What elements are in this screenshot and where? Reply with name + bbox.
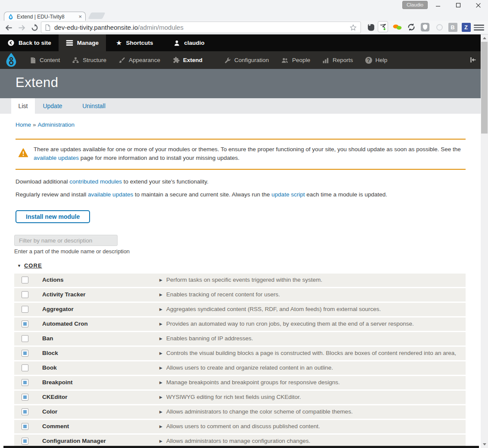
module-checkbox[interactable] [22, 350, 28, 357]
module-name: Breakpoint [42, 379, 73, 386]
window-close-button[interactable] [468, 0, 488, 10]
module-checkbox[interactable] [22, 320, 28, 327]
breadcrumb-admin-link[interactable]: Administration [38, 121, 75, 128]
shield-extension-icon[interactable] [420, 22, 430, 32]
browser-tab[interactable]: Extend | EDU-Tivity8 × [4, 12, 86, 21]
user-label: claudio [184, 40, 204, 46]
forward-button[interactable] [16, 22, 28, 33]
available-updates-link-2[interactable]: available updates [88, 191, 133, 198]
z-extension-icon[interactable]: Z [461, 22, 471, 32]
module-description: Enables tracking of recent content for u… [166, 291, 280, 298]
page-header: Extend [0, 69, 488, 98]
expand-arrow-icon[interactable]: ▶ [159, 336, 162, 341]
module-checkbox[interactable] [22, 335, 28, 342]
expand-arrow-icon[interactable]: ▶ [159, 395, 162, 399]
module-checkbox-cell [22, 320, 28, 327]
menu-item-content[interactable]: Content [24, 51, 66, 69]
expand-arrow-icon[interactable]: ▶ [159, 278, 162, 282]
fitness-extension-icon[interactable] [378, 22, 388, 32]
module-description-cell: ▶Controls the visual building blocks a p… [159, 350, 456, 356]
module-checkbox[interactable] [22, 408, 28, 415]
module-checkbox[interactable] [22, 379, 28, 386]
intro-paragraph-2: Regularly review and install available u… [16, 191, 387, 198]
back-to-site-button[interactable]: Back to site [0, 34, 59, 51]
reload-button[interactable] [28, 22, 40, 33]
drupal-admin-bar: Back to site Manage ★ Shortcuts claudio [0, 34, 488, 51]
menu-item-extend[interactable]: Extend [166, 51, 208, 69]
breadcrumb-home-link[interactable]: Home [16, 121, 31, 128]
people-icon [281, 57, 289, 64]
module-checkbox[interactable] [22, 277, 28, 283]
expand-arrow-icon[interactable]: ▶ [159, 410, 162, 414]
expand-arrow-icon[interactable]: ▶ [159, 366, 162, 370]
core-group-toggle[interactable]: ▼CORE [17, 262, 42, 269]
tab-update[interactable]: Update [38, 98, 67, 114]
menu-item-label: Appearance [129, 57, 160, 63]
scrollbar-down-button[interactable] [481, 441, 488, 448]
tab-uninstall[interactable]: Uninstall [76, 98, 112, 114]
puzzle-icon [172, 56, 180, 64]
drupal-logo[interactable] [4, 53, 19, 68]
window-maximize-button[interactable] [448, 0, 468, 10]
menu-item-help[interactable]: ? Help [359, 51, 394, 69]
module-checkbox[interactable] [22, 291, 28, 298]
hola-extension-icon[interactable] [392, 22, 403, 32]
table-row: Aggregator ▶Aggregates syndicated conten… [14, 303, 466, 316]
expand-arrow-icon[interactable]: ▶ [159, 424, 162, 429]
close-icon [476, 3, 481, 8]
update-script-link[interactable]: update script [271, 191, 305, 198]
module-name: Aggregator [42, 306, 74, 312]
chrome-menu-button[interactable] [474, 23, 484, 32]
chrome-profile-badge[interactable]: Claudio [402, 1, 428, 9]
scrollbar-up-button[interactable] [481, 34, 488, 42]
menu-item-structure[interactable]: Structure [66, 51, 112, 69]
sync-extension-icon[interactable] [406, 22, 417, 32]
back-button[interactable] [3, 22, 15, 33]
scroll-up-icon [483, 37, 486, 39]
tab-list[interactable]: List [11, 98, 35, 114]
page-scrollbar[interactable] [481, 34, 488, 448]
module-checkbox-cell [22, 364, 28, 371]
expand-arrow-icon[interactable]: ▶ [159, 292, 162, 297]
expand-arrow-icon[interactable]: ▶ [159, 380, 162, 385]
expand-arrow-icon[interactable]: ▶ [159, 439, 162, 443]
tab-close-icon[interactable]: × [78, 14, 82, 19]
scrollbar-thumb[interactable] [481, 42, 488, 134]
b-extension-icon[interactable]: B [448, 22, 458, 32]
user-menu-button[interactable]: claudio [166, 34, 211, 51]
bookmark-star-icon[interactable] [349, 24, 357, 31]
menu-item-people[interactable]: People [275, 51, 316, 69]
available-updates-link[interactable]: available updates [34, 155, 79, 161]
address-bar[interactable]: dev-edu-tivity.pantheonsite.io/admin/mod… [41, 22, 361, 33]
install-new-module-button[interactable]: Install new module [16, 210, 90, 223]
menu-item-reports[interactable]: Reports [316, 51, 359, 69]
module-description-cell: ▶Enables banning of IP addresses. [159, 335, 253, 342]
maximize-icon [456, 3, 461, 8]
manage-label: Manage [77, 40, 99, 46]
menu-item-label: Extend [183, 57, 202, 63]
window-minimize-button[interactable] [428, 0, 448, 10]
table-row: Block ▶Controls the visual building bloc… [14, 347, 466, 360]
back-circle-icon [7, 39, 15, 47]
disabled-extension-icon[interactable] [434, 22, 444, 32]
contributed-modules-link[interactable]: contributed modules [69, 178, 122, 185]
module-description-cell: ▶Manage breakpoints and breakpoint group… [159, 379, 340, 386]
expand-arrow-icon[interactable]: ▶ [159, 307, 162, 311]
expand-arrow-icon[interactable]: ▶ [159, 322, 162, 326]
menu-item-configuration[interactable]: Configuration [218, 51, 275, 69]
module-checkbox[interactable] [22, 438, 28, 445]
browser-tab-strip: Extend | EDU-Tivity8 × [0, 10, 488, 21]
module-checkbox[interactable] [22, 394, 28, 401]
shortcuts-button[interactable]: ★ Shortcuts [109, 34, 160, 51]
filter-input[interactable] [14, 235, 118, 246]
module-checkbox[interactable] [22, 423, 28, 430]
module-checkbox[interactable] [22, 364, 28, 371]
module-checkbox-cell [22, 379, 28, 386]
manage-menu-button[interactable]: Manage [59, 34, 106, 51]
menu-item-appearance[interactable]: Appearance [112, 51, 166, 69]
new-tab-button[interactable] [88, 12, 105, 19]
module-checkbox[interactable] [22, 306, 28, 313]
evernote-extension-icon[interactable] [366, 22, 376, 32]
toolbar-orientation-toggle[interactable] [469, 56, 477, 65]
expand-arrow-icon[interactable]: ▶ [159, 351, 162, 355]
